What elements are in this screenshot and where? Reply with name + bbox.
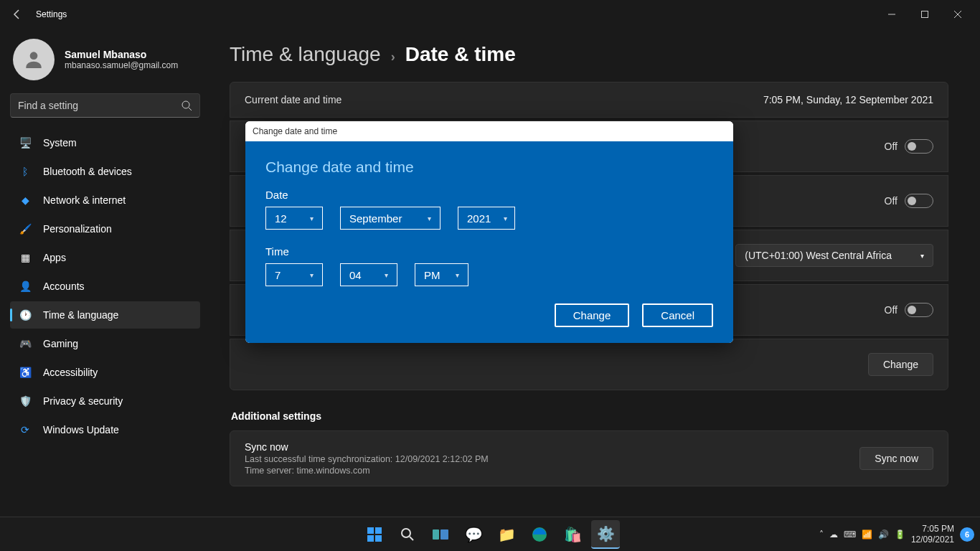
change-datetime-dialog: Change date and time Change date and tim…: [245, 121, 733, 343]
svg-rect-7: [367, 527, 374, 534]
sidebar: Samuel Mbanaso mbanaso.samuel@gmail.com …: [0, 29, 212, 517]
nav: 🖥️System ᛒBluetooth & devices ◆Network &…: [10, 129, 212, 443]
nav-privacy[interactable]: 🛡️Privacy & security: [10, 387, 200, 415]
dialog-change-button[interactable]: Change: [555, 303, 630, 327]
profile-email: mbanaso.samuel@gmail.com: [65, 60, 178, 70]
sync-panel: Sync now Last successful time synchroniz…: [230, 430, 948, 486]
onedrive-icon[interactable]: ☁: [829, 529, 838, 540]
nav-update[interactable]: ⟳Windows Update: [10, 416, 200, 443]
nav-gaming[interactable]: 🎮Gaming: [10, 330, 200, 357]
update-icon: ⟳: [19, 423, 32, 436]
arrow-left-icon: [11, 9, 23, 20]
month-select[interactable]: September▾: [340, 207, 440, 230]
profile[interactable]: Samuel Mbanaso mbanaso.samuel@gmail.com: [10, 36, 212, 93]
volume-icon[interactable]: 🔊: [878, 529, 889, 540]
close-button[interactable]: [941, 3, 974, 26]
svg-rect-14: [440, 529, 448, 540]
current-datetime-panel: Current date and time 7:05 PM, Sunday, 1…: [230, 82, 948, 118]
day-select[interactable]: 12▾: [265, 207, 323, 230]
maximize-button[interactable]: [908, 3, 941, 26]
taskbar-explorer[interactable]: 📁: [492, 520, 521, 549]
nav-personalization[interactable]: 🖌️Personalization: [10, 215, 200, 242]
chevron-down-icon: ▾: [310, 215, 314, 222]
toggle-2[interactable]: [905, 194, 933, 208]
chevron-down-icon: ▾: [504, 215, 507, 222]
nav-network[interactable]: ◆Network & internet: [10, 187, 200, 214]
additional-settings-header: Additional settings: [231, 410, 948, 422]
taskbar-chat[interactable]: 💬: [459, 520, 488, 549]
taskbar: 💬 📁 🛍️ ⚙️ ˄ ☁ ⌨ 📶 🔊 🔋 7:05 PM 12/09/2021…: [0, 517, 980, 551]
dialog-cancel-button[interactable]: Cancel: [642, 303, 713, 327]
hour-select[interactable]: 7▾: [265, 263, 323, 286]
sync-now-button[interactable]: Sync now: [859, 447, 933, 470]
taskbar-edge[interactable]: [525, 520, 554, 549]
tray-chevron-icon[interactable]: ˄: [819, 529, 824, 540]
svg-point-5: [182, 101, 189, 108]
chevron-right-icon: ›: [391, 50, 395, 65]
notification-badge[interactable]: 6: [960, 527, 974, 542]
sync-server: Time server: time.windows.com: [245, 466, 489, 476]
current-datetime-value: 7:05 PM, Sunday, 12 September 2021: [763, 94, 933, 105]
nav-accounts[interactable]: 👤Accounts: [10, 273, 200, 300]
clock-icon: 🕐: [19, 309, 32, 321]
chevron-down-icon: ▾: [428, 215, 431, 222]
battery-icon[interactable]: 🔋: [895, 529, 905, 540]
taskbar-clock[interactable]: 7:05 PM 12/09/2021: [911, 524, 954, 545]
minimize-button[interactable]: [875, 3, 908, 26]
svg-rect-1: [922, 11, 928, 18]
chevron-down-icon: ▾: [920, 252, 924, 260]
taskbar-search[interactable]: [393, 520, 422, 549]
time-label: Time: [265, 245, 713, 258]
chevron-down-icon: ▾: [310, 271, 314, 279]
search-placeholder: Find a setting: [18, 100, 181, 111]
change-button[interactable]: Change: [868, 353, 933, 376]
svg-line-6: [189, 108, 192, 110]
keyboard-icon[interactable]: ⌨: [844, 529, 856, 540]
accessibility-icon: ♿: [19, 366, 32, 379]
nav-accessibility[interactable]: ♿Accessibility: [10, 359, 200, 386]
nav-time-language[interactable]: 🕐Time & language: [10, 301, 200, 329]
taskbar-settings[interactable]: ⚙️: [591, 520, 620, 549]
nav-apps[interactable]: ▦Apps: [10, 244, 200, 271]
display-icon: 🖥️: [19, 136, 32, 149]
year-select[interactable]: 2021▾: [458, 207, 515, 230]
apps-icon: ▦: [19, 251, 32, 264]
titlebar: Settings: [0, 0, 980, 29]
timezone-select[interactable]: (UTC+01:00) West Central Africa ▾: [735, 244, 933, 267]
chevron-down-icon: ▾: [385, 271, 388, 279]
person-icon: [22, 48, 45, 71]
svg-rect-8: [375, 527, 382, 534]
dialog-title: Change date and time: [265, 159, 713, 176]
ampm-select[interactable]: PM▾: [415, 263, 468, 286]
current-datetime-label: Current date and time: [245, 94, 341, 105]
toggle-1[interactable]: [905, 139, 933, 154]
window-title: Settings: [29, 9, 67, 19]
breadcrumb-current: Date & time: [405, 43, 516, 66]
window-controls: [875, 3, 974, 26]
svg-rect-9: [367, 535, 374, 542]
search-input[interactable]: Find a setting: [10, 93, 200, 118]
sync-last: Last successful time synchronization: 12…: [245, 454, 489, 464]
svg-point-4: [30, 52, 38, 60]
taskbar-store[interactable]: 🛍️: [558, 520, 587, 549]
svg-rect-13: [433, 529, 439, 540]
profile-name: Samuel Mbanaso: [65, 49, 178, 60]
avatar: [13, 39, 55, 80]
gaming-icon: 🎮: [19, 337, 32, 350]
account-icon: 👤: [19, 280, 32, 293]
wifi-icon: ◆: [19, 194, 32, 207]
back-button[interactable]: [6, 3, 29, 26]
start-button[interactable]: [360, 520, 389, 549]
taskbar-center: 💬 📁 🛍️ ⚙️: [360, 520, 620, 549]
toggle-3[interactable]: [905, 303, 933, 317]
svg-point-11: [402, 529, 410, 537]
breadcrumb-parent[interactable]: Time & language: [230, 43, 381, 66]
nav-system[interactable]: 🖥️System: [10, 129, 200, 156]
taskbar-tray: ˄ ☁ ⌨ 📶 🔊 🔋 7:05 PM 12/09/2021 6: [819, 524, 980, 545]
dialog-header: Change date and time: [245, 121, 733, 141]
shield-icon: 🛡️: [19, 395, 32, 408]
nav-bluetooth[interactable]: ᛒBluetooth & devices: [10, 158, 200, 185]
taskbar-taskview[interactable]: [426, 520, 455, 549]
wifi-tray-icon[interactable]: 📶: [862, 529, 872, 540]
minute-select[interactable]: 04▾: [340, 263, 397, 286]
